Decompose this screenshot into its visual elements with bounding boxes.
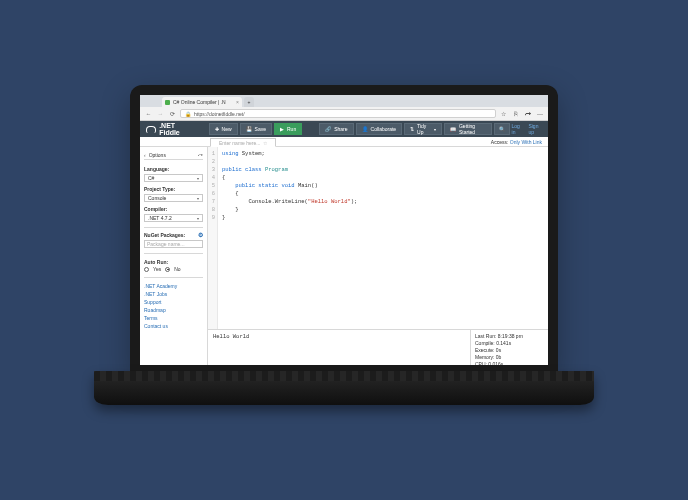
link-contact[interactable]: Contact us — [144, 323, 203, 329]
line-gutter: 123456789 — [208, 147, 218, 329]
chevron-left-icon: ‹ — [144, 152, 146, 158]
screen: C# Online Compiler | .N × + ← → ⟳ 🔒 http… — [140, 95, 548, 365]
link-terms[interactable]: Terms — [144, 315, 203, 321]
laptop-base — [94, 371, 594, 405]
browser-addressbar: ← → ⟳ 🔒 https://dotnetfiddle.net/ ☆ ⎘ ⮫ … — [140, 107, 548, 121]
compiler-select[interactable]: .NET 4.7.2▾ — [144, 214, 203, 222]
collaborate-button[interactable]: 👤Collaborate — [356, 123, 403, 135]
sidebar: ‹ Options ⮫ Language: C#▾ Project Type: … — [140, 147, 208, 365]
user-icon: 👤 — [362, 126, 368, 132]
tab-favicon-icon — [165, 100, 170, 105]
login-link[interactable]: Log in — [512, 123, 523, 135]
run-stats: Last Run: 8:19:38 pm Compile: 0.141s Exe… — [470, 330, 548, 365]
filename-input[interactable]: Enter name here... ☆ — [210, 138, 276, 147]
chevron-down-icon: ▾ — [434, 127, 436, 132]
share-button[interactable]: 🔗Share — [319, 123, 353, 135]
link-roadmap[interactable]: Roadmap — [144, 307, 203, 313]
run-button[interactable]: ▶Run — [274, 123, 302, 135]
tab-title: C# Online Compiler | .N — [173, 99, 226, 105]
filename-placeholder: Enter name here... — [219, 140, 260, 146]
nuget-search-input[interactable]: Package name... — [144, 240, 203, 248]
project-type-label: Project Type: — [144, 186, 203, 192]
cloud-icon — [146, 126, 156, 133]
nuget-label: NuGet Packages: — [144, 232, 185, 238]
output-panel: Hello World Last Run: 8:19:38 pm Compile… — [208, 329, 548, 365]
access-value: Only With Link — [510, 139, 542, 145]
gear-icon[interactable]: ⚙ — [198, 231, 203, 238]
language-label: Language: — [144, 166, 203, 172]
plus-icon: ✚ — [215, 126, 219, 132]
sidebar-links: .NET Academy .NET Jobs Support Roadmap T… — [144, 277, 203, 331]
url-input[interactable]: 🔒 https://dotnetfiddle.net/ — [180, 109, 496, 118]
code-body[interactable]: using System; public class Program { pub… — [218, 147, 548, 329]
sidebar-header[interactable]: ‹ Options ⮫ — [144, 150, 203, 160]
url-text: https://dotnetfiddle.net/ — [194, 111, 245, 117]
console-output: Hello World — [208, 330, 470, 365]
link-icon: 🔗 — [325, 126, 331, 132]
browser-tab-active[interactable]: C# Online Compiler | .N × — [162, 97, 242, 107]
book-icon: 📖 — [450, 126, 456, 132]
access-control[interactable]: Access: Only With Link — [491, 139, 542, 145]
search-button[interactable]: 🔍 — [494, 123, 510, 135]
link-net-academy[interactable]: .NET Academy — [144, 283, 203, 289]
back-icon[interactable]: ← — [144, 109, 153, 118]
link-support[interactable]: Support — [144, 299, 203, 305]
close-icon[interactable]: × — [236, 99, 239, 105]
new-tab-button[interactable]: + — [244, 97, 254, 107]
language-select[interactable]: C#▾ — [144, 174, 203, 182]
reading-icon[interactable]: ⎘ — [511, 109, 520, 118]
chevron-down-icon: ▾ — [197, 176, 199, 181]
browser-tabbar: C# Online Compiler | .N × + — [140, 95, 548, 107]
link-net-jobs[interactable]: .NET Jobs — [144, 291, 203, 297]
options-label: Options — [149, 152, 166, 158]
chevron-down-icon: ▾ — [197, 196, 199, 201]
getting-started-button[interactable]: 📖Getting Started — [444, 123, 492, 135]
file-bar: Enter name here... ☆ Access: Only With L… — [140, 137, 548, 147]
reload-icon[interactable]: ⟳ — [168, 109, 177, 118]
star-icon[interactable]: ☆ — [499, 109, 508, 118]
brand-text: .NET Fiddle — [159, 122, 190, 136]
laptop-mockup: C# Online Compiler | .N × + ← → ⟳ 🔒 http… — [130, 85, 558, 415]
app-toolbar: .NET Fiddle ✚New 💾Save ▶Run 🔗Share 👤Coll… — [140, 121, 548, 137]
share-small-icon[interactable]: ⮫ — [198, 152, 203, 158]
chevron-down-icon: ▾ — [197, 216, 199, 221]
save-button[interactable]: 💾Save — [240, 123, 272, 135]
project-type-select[interactable]: Console▾ — [144, 194, 203, 202]
tidy-button[interactable]: ⇅Tidy Up▾ — [404, 123, 442, 135]
autorun-no-radio[interactable] — [165, 267, 170, 272]
search-icon: 🔍 — [499, 126, 505, 132]
screen-bezel: C# Online Compiler | .N × + ← → ⟳ 🔒 http… — [130, 85, 558, 375]
compiler-label: Compiler: — [144, 206, 203, 212]
brand[interactable]: .NET Fiddle — [146, 122, 191, 136]
lock-icon: 🔒 — [185, 111, 191, 117]
favorite-icon[interactable]: ☆ — [263, 140, 267, 146]
forward-icon[interactable]: → — [156, 109, 165, 118]
play-icon: ▶ — [280, 126, 284, 132]
autorun-label: Auto Run: — [144, 259, 203, 265]
access-label: Access: — [491, 139, 509, 145]
new-button[interactable]: ✚New — [209, 123, 238, 135]
share-icon[interactable]: ⮫ — [523, 109, 532, 118]
signup-link[interactable]: Sign up — [528, 123, 542, 135]
menu-icon[interactable]: ⋯ — [535, 109, 544, 118]
broom-icon: ⇅ — [410, 126, 414, 132]
main: ‹ Options ⮫ Language: C#▾ Project Type: … — [140, 147, 548, 365]
editor-area: 123456789 using System; public class Pro… — [208, 147, 548, 365]
autorun-yes-radio[interactable] — [144, 267, 149, 272]
save-icon: 💾 — [246, 126, 252, 132]
code-editor[interactable]: 123456789 using System; public class Pro… — [208, 147, 548, 329]
